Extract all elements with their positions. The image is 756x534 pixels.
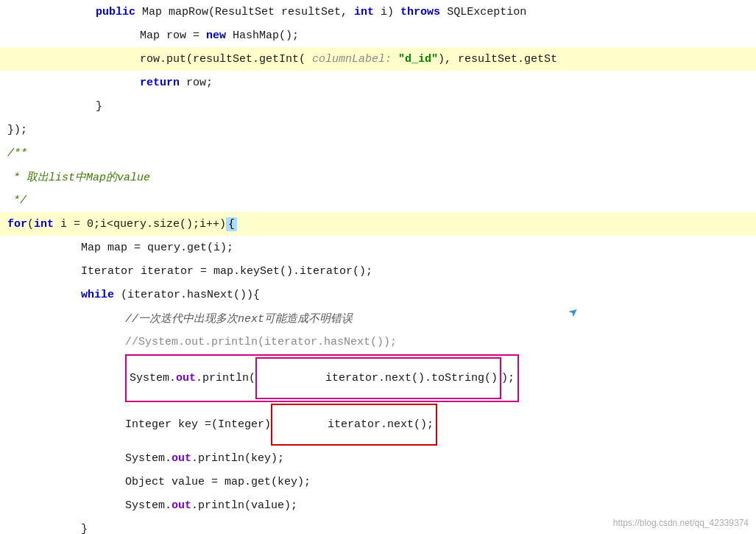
method-sig3: SQLException <box>440 6 526 18</box>
code-line-12: Iterator iterator = map.keySet().iterato… <box>0 259 756 283</box>
code-line-4: return row; <box>0 71 756 94</box>
hashmap: HashMap(); <box>226 29 299 42</box>
brace-close-while: } <box>81 523 88 535</box>
object-value: Object value = map.get(key); <box>125 476 311 488</box>
iterator-next-text: iterator.next().toString() <box>325 372 498 384</box>
box-system-out: System. out .println( iterator.next().to… <box>125 354 519 402</box>
code-line-6: }); <box>0 118 756 141</box>
for-body: i = 0;i<query.size();i++) <box>54 218 226 231</box>
column-label: columnLabel: <box>305 53 392 66</box>
comment-warning: //一次迭代中出现多次next可能造成不明错误 <box>125 312 353 326</box>
line-content-10: for ( int i = 0;i<query.size();i++) { <box>0 217 237 231</box>
for-paren-open: ( <box>27 218 34 231</box>
println-value: .println(value); <box>191 499 297 512</box>
line-content-19: Object value = map.get(key); <box>0 476 311 488</box>
comment-javadoc-end: */ <box>13 194 27 207</box>
code-line-8: * 取出list中Map的value <box>0 165 756 189</box>
println-close: ); <box>501 372 515 384</box>
method-sig: Map mapRow(ResultSet resultSet, <box>135 6 354 18</box>
for-brace-highlight: { <box>226 217 237 231</box>
box-iterator-next: iterator.next().toString() <box>255 357 501 399</box>
integer-key-text: Integer key =(Integer) <box>125 418 271 431</box>
code-line-5: } <box>0 94 756 118</box>
line-content-16: System. out .println( iterator.next().to… <box>0 354 519 402</box>
line-content-12: Iterator iterator = map.keySet().iterato… <box>0 265 372 278</box>
brace-close-2: }); <box>7 124 27 136</box>
println-key: .println(key); <box>191 452 284 465</box>
code-line-13: while (iterator.hasNext()){ <box>0 283 756 306</box>
iterator-line: Iterator iterator = map.keySet().iterato… <box>81 265 372 278</box>
string-d-id: "d_id" <box>392 53 438 66</box>
code-line-10: for ( int i = 0;i<query.size();i++) { <box>0 212 756 236</box>
line-content-3: row.put(resultSet.getInt( columnLabel: "… <box>0 53 557 66</box>
code-line-16: System. out .println( iterator.next().to… <box>0 354 756 403</box>
code-line-11: Map map = query.get(i); <box>0 236 756 259</box>
map-map: Map map = query.get(i); <box>81 242 233 254</box>
line-content-5: } <box>0 100 102 113</box>
line-content-13: while (iterator.hasNext()){ <box>0 289 260 301</box>
code-line-3: row.put(resultSet.getInt( columnLabel: "… <box>0 47 756 71</box>
kw-throws: throws <box>400 6 440 18</box>
code-line-9: */ <box>0 189 756 212</box>
while-body: (iterator.hasNext()){ <box>114 289 260 301</box>
line-content-18: System. out .println(key); <box>0 452 284 465</box>
box-iterator-next2: iterator.next(); <box>271 404 437 446</box>
line-content-20: System. out .println(value); <box>0 499 297 512</box>
out-keyword3: out <box>172 499 191 512</box>
code-line-1: public Map mapRow(ResultSet resultSet, i… <box>0 0 756 24</box>
system-text: System. <box>130 372 176 384</box>
line-content-14: //一次迭代中出现多次next可能造成不明错误 <box>0 312 353 326</box>
code-line-17: Integer key =(Integer) iterator.next(); <box>0 403 756 446</box>
kw-new: new <box>206 29 226 42</box>
kw-public: public <box>96 6 135 18</box>
map-row-new: Map row = <box>140 29 206 42</box>
return-row: row; <box>180 77 213 89</box>
println-text: .println( <box>196 372 255 384</box>
line-content-2: Map row = new HashMap(); <box>0 29 299 42</box>
kw-for: for <box>7 218 27 231</box>
kw-int2: int <box>34 218 54 231</box>
line-content-9: */ <box>0 194 27 207</box>
iterator-next2-text: iterator.next(); <box>328 418 434 431</box>
code-line-2: Map row = new HashMap(); <box>0 24 756 47</box>
method-sig2: i) <box>374 6 400 18</box>
out-keyword2: out <box>172 452 191 465</box>
line-content-4: return row; <box>0 77 213 89</box>
system-out-key: System. <box>125 452 172 465</box>
row-put: row.put(resultSet.getInt( <box>140 53 305 66</box>
code-container: public Map mapRow(ResultSet resultSet, i… <box>0 0 756 534</box>
line-content-8: * 取出list中Map的value <box>0 170 150 184</box>
comment-javadoc-body: * 取出list中Map的value <box>13 170 150 184</box>
line-content-15: //System.out.println(iterator.hasNext())… <box>0 336 397 348</box>
kw-while: while <box>81 289 114 301</box>
line-content-21: } <box>0 523 88 535</box>
code-line-20: System. out .println(value); <box>0 493 756 517</box>
code-line-19: Object value = map.get(key); <box>0 470 756 493</box>
line-content-17: Integer key =(Integer) iterator.next(); <box>0 404 437 446</box>
comment-javadoc-start: /** <box>7 147 27 160</box>
kw-return: return <box>140 77 180 89</box>
line-content-11: Map map = query.get(i); <box>0 242 233 254</box>
kw-int: int <box>354 6 374 18</box>
row-put2: ), resultSet.getSt <box>438 53 557 66</box>
brace-close-1: } <box>96 100 102 113</box>
comment-disabled: //System.out.println(iterator.hasNext())… <box>125 336 397 348</box>
code-line-7: /** <box>0 141 756 165</box>
line-content-1: public Map mapRow(ResultSet resultSet, i… <box>0 6 526 18</box>
watermark: https://blog.csdn.net/qq_42339374 <box>613 518 749 528</box>
code-line-15: //System.out.println(iterator.hasNext())… <box>0 330 756 354</box>
code-line-14: //一次迭代中出现多次next可能造成不明错误 ➤ <box>0 306 756 330</box>
system-out-value: System. <box>125 499 172 512</box>
out-keyword: out <box>176 372 196 384</box>
line-content-6: }); <box>0 124 27 136</box>
line-content-7: /** <box>0 147 27 160</box>
code-line-18: System. out .println(key); <box>0 446 756 470</box>
